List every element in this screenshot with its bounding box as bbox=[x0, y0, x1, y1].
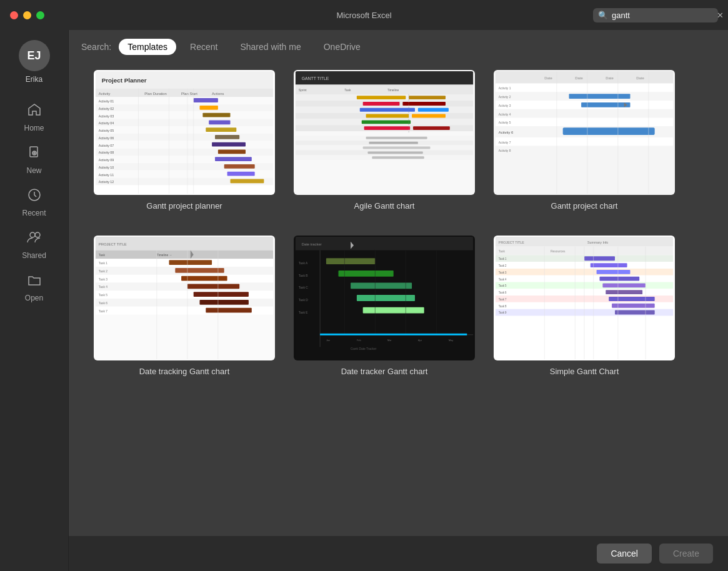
template-card-agile-gantt[interactable]: GANTT TITLE Sprint Task Timeline bbox=[294, 70, 475, 211]
template-card-gantt-project-planner[interactable]: Project Planner Activity Plan Duration P… bbox=[94, 70, 275, 211]
search-icon: 🔍 bbox=[598, 11, 608, 20]
svg-text:Mar: Mar bbox=[387, 339, 392, 342]
svg-rect-24 bbox=[96, 119, 273, 126]
svg-rect-190 bbox=[591, 263, 627, 267]
svg-text:Activity 09: Activity 09 bbox=[99, 158, 114, 162]
svg-rect-87 bbox=[368, 151, 423, 154]
svg-text:PROJECT TITLE: PROJECT TITLE bbox=[499, 241, 524, 244]
svg-text:Activity 4: Activity 4 bbox=[499, 113, 511, 116]
svg-rect-36 bbox=[96, 148, 273, 156]
svg-text:Task 1: Task 1 bbox=[99, 262, 107, 265]
svg-rect-123 bbox=[96, 251, 273, 259]
svg-rect-77 bbox=[364, 126, 411, 130]
svg-rect-199 bbox=[602, 283, 646, 287]
template-name-1: Gantt project planner bbox=[146, 201, 222, 211]
sidebar-item-open[interactable]: Open bbox=[0, 266, 68, 309]
template-name-4: Date tracking Gantt chart bbox=[139, 367, 230, 376]
svg-rect-17 bbox=[194, 98, 218, 102]
sidebar-label-open: Open bbox=[25, 294, 43, 302]
svg-text:Activity 04: Activity 04 bbox=[99, 121, 114, 125]
svg-text:Apr: Apr bbox=[418, 339, 422, 342]
cancel-button[interactable]: Cancel bbox=[597, 544, 652, 564]
svg-text:Task: Task bbox=[99, 254, 106, 257]
clear-search-icon[interactable]: ✕ bbox=[717, 11, 724, 20]
svg-text:Activity 11: Activity 11 bbox=[99, 173, 114, 177]
svg-text:Activity 03: Activity 03 bbox=[99, 114, 114, 118]
svg-rect-58 bbox=[296, 85, 473, 95]
svg-text:Task 1: Task 1 bbox=[499, 257, 507, 261]
search-input[interactable] bbox=[612, 11, 717, 20]
svg-text:Task 3: Task 3 bbox=[99, 278, 107, 281]
content-area: Search: Templates Recent Shared with me … bbox=[69, 30, 728, 571]
minimize-button[interactable] bbox=[23, 11, 31, 19]
tab-shared-with-me[interactable]: Shared with me bbox=[231, 39, 309, 55]
svg-rect-91 bbox=[496, 71, 673, 84]
svg-text:Task 3: Task 3 bbox=[499, 271, 507, 274]
svg-rect-32 bbox=[215, 135, 239, 139]
svg-text:GANTT TITLE: GANTT TITLE bbox=[302, 76, 329, 81]
sidebar-label-new: New bbox=[26, 166, 41, 175]
svg-rect-30 bbox=[96, 134, 273, 141]
svg-rect-211 bbox=[615, 310, 655, 315]
svg-text:Date: Date bbox=[606, 76, 613, 80]
search-label: Search: bbox=[81, 42, 111, 52]
svg-point-6 bbox=[35, 232, 40, 237]
svg-rect-163 bbox=[357, 295, 415, 301]
svg-text:Activity 07: Activity 07 bbox=[99, 144, 114, 147]
svg-rect-20 bbox=[200, 106, 218, 110]
svg-text:Summary Info: Summary Info bbox=[587, 241, 608, 244]
template-row-1: Project Planner Activity Plan Duration P… bbox=[94, 70, 703, 211]
sidebar-item-new[interactable]: New bbox=[0, 139, 68, 181]
close-button[interactable] bbox=[10, 11, 18, 19]
svg-rect-66 bbox=[363, 102, 400, 106]
home-icon bbox=[27, 102, 42, 121]
maximize-button[interactable] bbox=[36, 11, 44, 19]
svg-rect-44 bbox=[224, 164, 255, 169]
sidebar-item-shared[interactable]: Shared bbox=[0, 224, 68, 266]
main-layout: EJ Erika Home New bbox=[0, 30, 728, 571]
svg-rect-136 bbox=[96, 283, 273, 291]
recent-icon bbox=[27, 187, 42, 206]
template-card-gantt-project-chart[interactable]: Date Date Date Date Activity 1 Activity … bbox=[494, 70, 675, 211]
sidebar-item-recent[interactable]: Recent bbox=[0, 181, 68, 224]
new-icon bbox=[27, 145, 42, 164]
svg-rect-103 bbox=[581, 102, 630, 107]
tab-templates[interactable]: Templates bbox=[119, 39, 176, 55]
template-card-date-tracker[interactable]: Date tracker Task A Task B Task C Task D… bbox=[294, 236, 475, 376]
svg-text:May: May bbox=[449, 339, 453, 342]
svg-text:Task 2: Task 2 bbox=[99, 270, 107, 273]
svg-text:Task C: Task C bbox=[299, 286, 308, 289]
svg-rect-205 bbox=[609, 297, 654, 301]
svg-rect-196 bbox=[600, 277, 640, 281]
svg-rect-75 bbox=[362, 120, 411, 124]
svg-rect-81 bbox=[366, 137, 427, 139]
svg-text:Activity 12: Activity 12 bbox=[99, 180, 114, 184]
sidebar-label-recent: Recent bbox=[22, 209, 46, 217]
global-search-bar[interactable]: 🔍 ✕ bbox=[593, 8, 718, 22]
create-button[interactable]: Create bbox=[659, 544, 713, 564]
svg-rect-69 bbox=[360, 108, 415, 112]
svg-text:Activity: Activity bbox=[99, 92, 111, 96]
tab-onedrive[interactable]: OneDrive bbox=[315, 39, 369, 55]
tab-recent[interactable]: Recent bbox=[181, 39, 226, 55]
template-thumbnail-4: PROJECT TITLE Task Timeline → Task 1 bbox=[94, 236, 275, 360]
svg-text:Task 9: Task 9 bbox=[499, 311, 507, 314]
svg-text:Task 2: Task 2 bbox=[499, 264, 507, 267]
svg-text:Activity 06: Activity 06 bbox=[99, 136, 114, 140]
user-name: Erika bbox=[26, 75, 42, 84]
svg-text:Task 5: Task 5 bbox=[499, 284, 507, 287]
app-title: Microsoft Excel bbox=[336, 11, 391, 20]
svg-rect-23 bbox=[202, 113, 230, 117]
template-thumbnail-5: Date tracker Task A Task B Task C Task D… bbox=[294, 236, 475, 360]
svg-text:Activity 3: Activity 3 bbox=[499, 104, 511, 107]
svg-text:Actions: Actions bbox=[212, 92, 224, 96]
template-thumbnail-1: Project Planner Activity Plan Duration P… bbox=[94, 70, 275, 195]
template-card-date-tracking[interactable]: PROJECT TITLE Task Timeline → Task 1 bbox=[94, 236, 275, 376]
svg-text:Task 5: Task 5 bbox=[99, 294, 107, 297]
sidebar-item-home[interactable]: Home bbox=[0, 96, 68, 139]
avatar[interactable]: EJ bbox=[19, 40, 50, 71]
svg-rect-107 bbox=[496, 117, 673, 126]
svg-rect-83 bbox=[369, 142, 418, 144]
svg-rect-161 bbox=[339, 271, 394, 277]
template-card-simple-gantt[interactable]: PROJECT TITLE Summary Info Task Resource… bbox=[494, 236, 675, 376]
